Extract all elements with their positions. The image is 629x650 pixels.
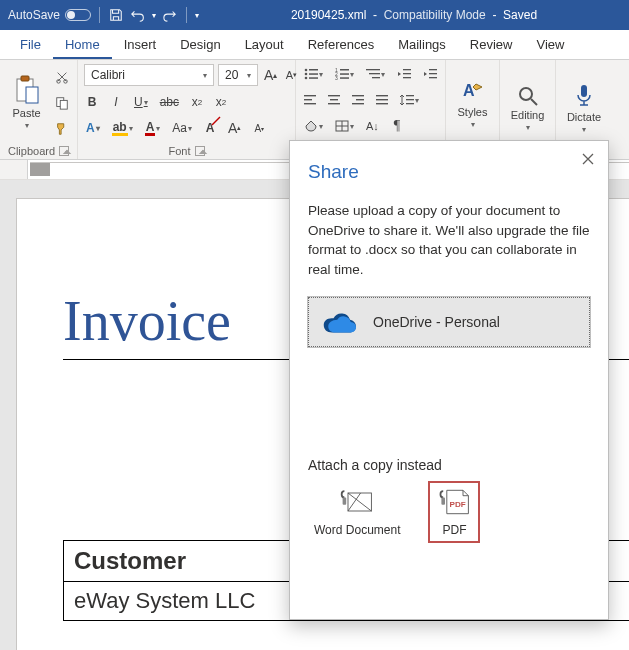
- share-heading: Share: [308, 161, 590, 183]
- svg-rect-42: [406, 103, 414, 104]
- numbering-button[interactable]: 123▾: [333, 64, 356, 84]
- dictate-button[interactable]: Dictate▾: [562, 79, 606, 138]
- svg-rect-26: [429, 73, 437, 74]
- svg-rect-38: [376, 99, 388, 100]
- font-name-combo[interactable]: Calibri▾: [84, 64, 214, 86]
- tab-mailings[interactable]: Mailings: [386, 31, 458, 59]
- font-color-button[interactable]: A▾: [143, 118, 163, 138]
- align-center-button[interactable]: [326, 90, 342, 110]
- svg-rect-12: [309, 77, 318, 79]
- italic-button[interactable]: I: [108, 92, 124, 112]
- styles-button[interactable]: A Styles▾: [452, 74, 493, 133]
- grow-a-icon[interactable]: A▴: [226, 118, 243, 138]
- svg-rect-18: [340, 77, 349, 79]
- tab-design[interactable]: Design: [168, 31, 232, 59]
- svg-rect-33: [328, 103, 340, 104]
- clipboard-launcher-icon[interactable]: [59, 146, 69, 156]
- svg-rect-31: [328, 95, 340, 96]
- svg-rect-49: [581, 85, 587, 97]
- tab-layout[interactable]: Layout: [233, 31, 296, 59]
- attach-title: Attach a copy instead: [308, 457, 590, 473]
- copy-icon[interactable]: [53, 93, 71, 113]
- tab-references[interactable]: References: [296, 31, 386, 59]
- onedrive-icon: [323, 310, 359, 334]
- svg-rect-28: [304, 95, 316, 96]
- autosave-toggle[interactable]: AutoSave: [8, 8, 91, 22]
- onedrive-label: OneDrive - Personal: [373, 314, 500, 330]
- svg-rect-39: [376, 103, 388, 104]
- svg-rect-53: [442, 498, 446, 505]
- strike-button[interactable]: abc: [158, 92, 181, 112]
- shrink-a-icon[interactable]: A▾: [251, 118, 267, 138]
- bold-button[interactable]: B: [84, 92, 100, 112]
- svg-point-7: [305, 69, 308, 72]
- tab-file[interactable]: File: [8, 31, 53, 59]
- shading-button[interactable]: ▾: [302, 116, 325, 136]
- font-group-label: Font: [168, 145, 190, 157]
- undo-icon[interactable]: [130, 7, 146, 23]
- svg-rect-8: [309, 69, 318, 71]
- underline-button[interactable]: U▾: [132, 92, 150, 112]
- window-title: 20190425.xml - Compatibility Mode - Save…: [199, 8, 629, 22]
- svg-rect-10: [309, 73, 318, 75]
- svg-rect-14: [340, 69, 349, 71]
- svg-rect-35: [356, 99, 364, 100]
- attach-word-button[interactable]: Word Document: [308, 483, 406, 541]
- svg-rect-34: [352, 95, 364, 96]
- title-bar: AutoSave ▾ ▾ 20190425.xml - Compatibilit…: [0, 0, 629, 30]
- tab-review[interactable]: Review: [458, 31, 525, 59]
- font-launcher-icon[interactable]: [195, 146, 205, 156]
- redo-icon[interactable]: [162, 7, 178, 23]
- svg-rect-1: [21, 76, 29, 81]
- tab-view[interactable]: View: [524, 31, 576, 59]
- onedrive-button[interactable]: OneDrive - Personal: [308, 297, 590, 347]
- clipboard-group-label: Clipboard: [8, 145, 55, 157]
- show-marks-button[interactable]: ¶: [389, 116, 405, 136]
- svg-rect-29: [304, 99, 312, 100]
- tab-insert[interactable]: Insert: [112, 31, 169, 59]
- superscript-button[interactable]: x2: [213, 92, 229, 112]
- format-painter-icon[interactable]: [53, 119, 71, 139]
- clear-format-button[interactable]: A: [202, 118, 218, 138]
- svg-rect-30: [304, 103, 316, 104]
- svg-rect-6: [60, 100, 67, 109]
- increase-indent-button[interactable]: [421, 64, 439, 84]
- svg-line-48: [531, 99, 537, 105]
- align-left-button[interactable]: [302, 90, 318, 110]
- change-case-button[interactable]: Aa▾: [170, 118, 194, 138]
- align-right-button[interactable]: [350, 90, 366, 110]
- multilevel-button[interactable]: ▾: [364, 64, 387, 84]
- highlight-button[interactable]: ab▾: [110, 118, 135, 138]
- editing-button[interactable]: Editing▾: [506, 81, 549, 136]
- decrease-indent-button[interactable]: [395, 64, 413, 84]
- line-spacing-button[interactable]: ▾: [398, 90, 421, 110]
- svg-point-47: [520, 88, 532, 100]
- svg-rect-24: [403, 77, 411, 78]
- cut-icon[interactable]: [53, 67, 71, 87]
- tab-home[interactable]: Home: [53, 31, 112, 59]
- sort-button[interactable]: A↓: [364, 116, 381, 136]
- svg-rect-40: [406, 95, 414, 96]
- text-effects-button[interactable]: A▾: [84, 118, 102, 138]
- paste-button[interactable]: Paste ▾: [6, 71, 47, 134]
- svg-rect-37: [376, 95, 388, 96]
- borders-button[interactable]: ▾: [333, 116, 356, 136]
- close-icon[interactable]: [578, 149, 598, 169]
- undo-dropdown-icon[interactable]: ▾: [152, 11, 156, 20]
- share-body-text: Please upload a copy of your document to…: [308, 201, 590, 279]
- justify-button[interactable]: [374, 90, 390, 110]
- svg-text:A: A: [463, 82, 475, 99]
- subscript-button[interactable]: x2: [189, 92, 205, 112]
- svg-text:PDF: PDF: [450, 501, 466, 510]
- bullets-button[interactable]: ▾: [302, 64, 325, 84]
- save-icon[interactable]: [108, 7, 124, 23]
- svg-rect-19: [366, 69, 380, 70]
- font-size-combo[interactable]: 20▾: [218, 64, 258, 86]
- ribbon-tabs: File Home Insert Design Layout Reference…: [0, 30, 629, 60]
- autosave-switch-icon[interactable]: [65, 9, 91, 21]
- grow-font-icon[interactable]: A▴: [262, 65, 279, 85]
- svg-rect-16: [340, 73, 349, 75]
- attach-pdf-button[interactable]: PDF PDF: [430, 483, 478, 541]
- svg-rect-23: [403, 73, 411, 74]
- pdf-icon: PDF: [436, 487, 472, 517]
